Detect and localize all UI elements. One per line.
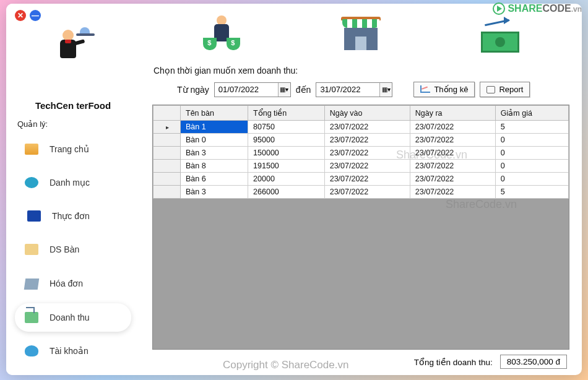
row-indicator[interactable] (153, 160, 181, 173)
from-date-input[interactable] (215, 84, 278, 95)
col-discount[interactable]: Giảm giá (495, 106, 568, 121)
table-row[interactable]: Bàn 6 20000 23/07/2022 23/07/2022 0 (153, 173, 569, 186)
row-indicator[interactable] (153, 173, 181, 186)
cell-out[interactable]: 23/07/2022 (410, 186, 495, 199)
close-button[interactable]: ✕ (15, 10, 26, 21)
cell-discount[interactable]: 0 (495, 147, 568, 160)
row-indicator[interactable] (153, 147, 181, 160)
sidebar-item-account[interactable]: Tài khoản (15, 337, 131, 365)
cell-in[interactable]: 23/07/2022 (324, 121, 410, 134)
row-indicator[interactable] (153, 121, 181, 134)
cell-name[interactable]: Bàn 0 (181, 134, 248, 147)
cell-in[interactable]: 23/07/2022 (324, 147, 410, 160)
cell-discount[interactable]: 0 (495, 134, 568, 147)
main-content: Chọn thời gian muốn xem doanh thu: Từ ng… (140, 4, 582, 375)
col-table-name[interactable]: Tên bàn (181, 106, 248, 121)
date-range-prompt: Chọn thời gian muốn xem doanh thu: (153, 66, 569, 76)
copyright: Copyright © ShareCode.vn (223, 359, 348, 371)
row-indicator[interactable] (153, 134, 181, 147)
row-indicator[interactable] (153, 186, 181, 199)
calendar-icon[interactable]: ▦▾ (278, 83, 290, 97)
cell-in[interactable]: 23/07/2022 (324, 173, 410, 186)
cell-in[interactable]: 23/07/2022 (324, 134, 410, 147)
stats-button[interactable]: Thống kê (413, 82, 475, 97)
minimize-button[interactable]: — (30, 10, 41, 21)
bill-icon (24, 279, 40, 290)
to-date-label: đến (296, 85, 311, 95)
chart-icon (420, 85, 430, 94)
col-date-out[interactable]: Ngày ra (410, 106, 495, 121)
menu-icon (27, 210, 41, 222)
sidebar-item-label: DS Bàn (50, 244, 79, 254)
printer-icon (486, 86, 495, 93)
cell-out[interactable]: 23/07/2022 (410, 134, 495, 147)
shop-icon[interactable] (336, 14, 386, 58)
sidebar-item-home[interactable]: Trang chủ (15, 135, 131, 163)
cell-in[interactable]: 23/07/2022 (324, 160, 410, 173)
table-row[interactable]: Bàn 3 266000 23/07/2022 23/07/2022 5 (153, 186, 569, 199)
section-label: Quản lý: (17, 119, 131, 129)
col-date-in[interactable]: Ngày vào (324, 106, 410, 121)
row-header-col[interactable] (153, 106, 181, 121)
cell-out[interactable]: 23/07/2022 (410, 147, 495, 160)
cell-out[interactable]: 23/07/2022 (410, 173, 495, 186)
to-date-input[interactable] (316, 84, 379, 95)
cell-name[interactable]: Bàn 3 (181, 147, 248, 160)
revenue-grid[interactable]: Tên bàn Tổng tiền Ngày vào Ngày ra Giảm … (152, 105, 569, 350)
cell-total[interactable]: 266000 (248, 186, 325, 199)
cell-discount[interactable]: 0 (495, 173, 568, 186)
sidebar: TechCen terFood Quản lý: Trang chủ Danh … (6, 4, 140, 375)
cell-discount[interactable]: 0 (495, 160, 568, 173)
sidebar-item-category[interactable]: Danh mục (15, 168, 131, 197)
sidebar-item-label: Danh mục (50, 178, 90, 188)
col-total[interactable]: Tổng tiền (248, 106, 325, 121)
manager-icon[interactable] (197, 14, 246, 58)
account-icon (25, 345, 38, 356)
sidebar-item-label: Thực đơn (52, 211, 90, 221)
total-revenue-label: Tổng tiền doanh thu: (414, 357, 493, 367)
sidebar-item-label: Trang chủ (50, 144, 89, 154)
cell-out[interactable]: 23/07/2022 (410, 121, 495, 134)
sidebar-item-tables[interactable]: DS Bàn (15, 235, 131, 264)
from-date-picker[interactable]: ▦▾ (214, 82, 291, 97)
category-icon (25, 177, 38, 188)
sidebar-item-label: Hóa đơn (50, 279, 83, 288)
sidebar-item-revenue[interactable]: Doanh thu (15, 303, 131, 332)
cell-in[interactable]: 23/07/2022 (324, 186, 410, 199)
waiter-logo-icon (51, 26, 95, 64)
report-button[interactable]: Report (480, 82, 530, 97)
table-row[interactable]: Bàn 1 80750 23/07/2022 23/07/2022 5 (153, 121, 569, 134)
table-row[interactable]: Bàn 8 191500 23/07/2022 23/07/2022 0 (153, 160, 569, 173)
money-icon[interactable] (475, 14, 525, 58)
sidebar-item-label: Doanh thu (50, 313, 90, 322)
app-window: ✕ — TechCen terFood Quản lý: Trang chủ D… (6, 4, 582, 375)
cell-name[interactable]: Bàn 3 (181, 186, 248, 199)
sidebar-item-label: Tài khoản (50, 346, 89, 356)
cell-total[interactable]: 191500 (248, 160, 325, 173)
brand-title: TechCen terFood (15, 100, 131, 111)
home-icon (25, 144, 38, 155)
cell-out[interactable]: 23/07/2022 (410, 160, 495, 173)
to-date-picker[interactable]: ▦▾ (316, 82, 392, 97)
cell-name[interactable]: Bàn 8 (181, 160, 248, 173)
cell-total[interactable]: 150000 (248, 147, 325, 160)
cell-total[interactable]: 80750 (248, 121, 325, 134)
cell-total[interactable]: 95000 (248, 134, 325, 147)
from-date-label: Từ ngày (177, 85, 209, 95)
calendar-icon[interactable]: ▦▾ (379, 83, 392, 97)
table-row[interactable]: Bàn 0 95000 23/07/2022 23/07/2022 0 (153, 134, 569, 147)
sharecode-logo: SHARECODE.vn (493, 2, 582, 15)
cell-total[interactable]: 20000 (248, 173, 325, 186)
cell-discount[interactable]: 5 (495, 121, 568, 134)
total-revenue-value: 803.250,000 đ (500, 355, 567, 369)
cell-name[interactable]: Bàn 6 (181, 173, 248, 186)
cell-discount[interactable]: 5 (495, 186, 568, 199)
sidebar-item-menu[interactable]: Thực đơn (15, 202, 131, 230)
table-row[interactable]: Bàn 3 150000 23/07/2022 23/07/2022 0 (153, 147, 569, 160)
revenue-icon (25, 312, 38, 323)
table-icon (25, 244, 38, 255)
sidebar-item-bills[interactable]: Hóa đơn (15, 269, 131, 298)
cell-name[interactable]: Bàn 1 (181, 121, 248, 134)
